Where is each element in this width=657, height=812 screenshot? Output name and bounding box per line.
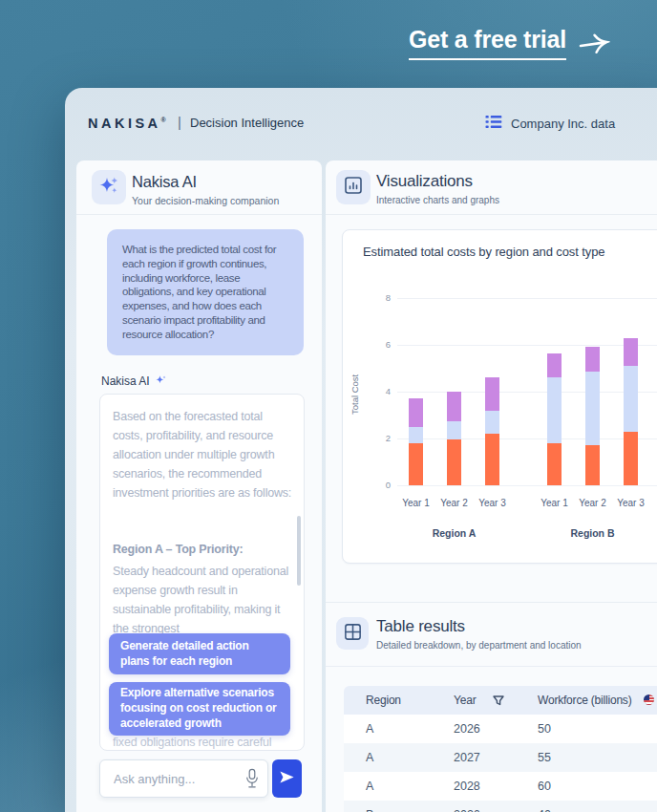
table-header-divider <box>326 666 657 667</box>
table-grid-icon <box>343 622 363 646</box>
sparkle-icon <box>155 374 167 389</box>
product-name: Decision Intelligence <box>190 116 304 130</box>
table-row: A202860 <box>344 772 657 801</box>
bar-lavender-segment[interactable] <box>547 377 562 443</box>
chat-panel-subtitle: Your decision-making companion <box>132 195 279 206</box>
y-tick-label: 4 <box>368 386 391 396</box>
send-icon <box>279 770 295 788</box>
table-panel-title: Table results <box>376 617 465 636</box>
x-tick-label: Year 3 <box>608 498 654 508</box>
chart-y-axis-label: Total Cost <box>350 374 360 415</box>
table-cell-workforce: 60 <box>538 780 551 793</box>
table-icon-box <box>336 617 369 650</box>
list-icon <box>485 115 502 133</box>
table-cell-workforce: 40 <box>538 808 551 812</box>
y-tick-label: 2 <box>368 433 391 443</box>
bar-orange-segment[interactable] <box>547 443 562 485</box>
table-cell-year: 2027 <box>454 751 480 764</box>
nakisa-ai-icon-box <box>92 170 126 204</box>
ask-input-box[interactable] <box>99 759 268 798</box>
viz-panel-subtitle: Interactive charts and graphs <box>376 195 499 205</box>
bar-purple-segment[interactable] <box>585 347 600 372</box>
bar-lavender-segment[interactable] <box>409 427 423 443</box>
table-row: A202650 <box>344 715 657 743</box>
chart-plot-area: 02468Year 1Year 2Year 3Year 1Year 2Year … <box>396 298 657 485</box>
table-cell-year: 2026 <box>454 722 480 736</box>
chat-header-divider <box>76 214 322 215</box>
data-source-selector[interactable]: Company Inc. data <box>485 115 615 133</box>
bar-orange-segment[interactable] <box>447 439 461 485</box>
bar-lavender-segment[interactable] <box>624 366 638 432</box>
bar-lavender-segment[interactable] <box>485 411 499 435</box>
table-cell-year: 2026 <box>454 808 480 812</box>
column-header-year: Year <box>454 694 476 707</box>
bar-purple-segment[interactable] <box>547 353 562 378</box>
chart-title: Estimated total costs by region and cost… <box>363 245 604 259</box>
ai-response-intro: Based on the forecasted total costs, pro… <box>113 407 292 502</box>
bar-orange-segment[interactable] <box>409 443 423 485</box>
sparkles-icon <box>97 174 120 201</box>
bar-lavender-segment[interactable] <box>447 421 461 440</box>
arrow-right-icon <box>576 27 612 63</box>
filter-icon[interactable] <box>492 694 505 711</box>
ai-response-heading: Region A – Top Priority: <box>113 543 294 556</box>
y-tick-label: 6 <box>368 339 391 350</box>
us-flag-icon <box>644 694 654 705</box>
suggestion-button-alt-scenarios[interactable]: Explore alternative scenarios focusing o… <box>109 682 290 736</box>
bar-orange-segment[interactable] <box>585 445 600 485</box>
column-header-region: Region <box>366 694 401 707</box>
table-header-row: Region Year Workforce (billions) <box>344 686 657 715</box>
registered-mark: ® <box>161 117 166 123</box>
table-cell-year: 2028 <box>454 780 480 793</box>
group-label: Region A <box>416 527 493 539</box>
bar-purple-segment[interactable] <box>409 398 423 426</box>
section-divider <box>326 602 657 603</box>
table-row: A202755 <box>344 743 657 772</box>
table-cell-region: A <box>366 751 373 764</box>
viz-panel-title: Visualizations <box>376 172 473 191</box>
suggestion-button-action-plans[interactable]: Generate detailed action plans for each … <box>109 633 290 674</box>
bar-orange-segment[interactable] <box>485 434 499 485</box>
table-cell-region: A <box>366 780 373 793</box>
get-free-trial-link[interactable]: Get a free trial <box>409 26 610 61</box>
table-body: A202650A202755A202860B202640 <box>344 715 657 812</box>
viz-header-divider <box>326 214 657 215</box>
app-screenshot: Get a free trial NAKISA® | Decision Inte… <box>0 0 657 812</box>
bar-chart-icon <box>343 175 364 200</box>
bar-lavender-segment[interactable] <box>585 372 600 445</box>
get-free-trial-label: Get a free trial <box>409 26 566 60</box>
ai-response-trailing-text: fixed obligations require careful <box>113 736 296 749</box>
x-tick-label: Year 3 <box>470 498 516 508</box>
table-cell-workforce: 55 <box>538 751 551 764</box>
table-row: B202640 <box>344 801 657 812</box>
column-header-workforce: Workforce (billions) <box>538 694 631 707</box>
viz-icon-box <box>336 170 371 204</box>
send-button[interactable] <box>272 759 302 798</box>
group-label: Region B <box>555 527 631 539</box>
bar-purple-segment[interactable] <box>624 338 638 366</box>
gridline <box>397 438 657 439</box>
table-cell-region: A <box>366 722 373 736</box>
bar-purple-segment[interactable] <box>447 392 461 421</box>
nakisa-logo: NAKISA® <box>88 116 166 131</box>
ai-response-body: Steady headcount and operational expense… <box>113 562 296 638</box>
header-separator: | <box>178 114 181 130</box>
table-panel-subtitle: Detailed breakdown, by department and lo… <box>376 640 582 651</box>
gridline <box>397 485 657 486</box>
table-cell-workforce: 50 <box>538 722 551 736</box>
y-tick-label: 8 <box>368 292 391 303</box>
ai-response-label: Nakisa AI <box>101 374 167 389</box>
microphone-icon[interactable] <box>244 767 260 794</box>
gridline <box>397 298 657 299</box>
user-message-bubble: What is the predicted total cost for eac… <box>107 229 304 355</box>
gridline <box>397 345 657 346</box>
response-scrollbar[interactable] <box>297 516 301 586</box>
table-cell-region: B <box>366 808 373 812</box>
chat-panel-title: Nakisa AI <box>132 173 197 191</box>
ask-input[interactable] <box>112 761 236 796</box>
bar-orange-segment[interactable] <box>624 432 638 485</box>
data-source-label: Company Inc. data <box>511 117 615 131</box>
bar-purple-segment[interactable] <box>485 377 499 410</box>
gridline <box>397 392 657 393</box>
y-tick-label: 0 <box>368 480 391 490</box>
